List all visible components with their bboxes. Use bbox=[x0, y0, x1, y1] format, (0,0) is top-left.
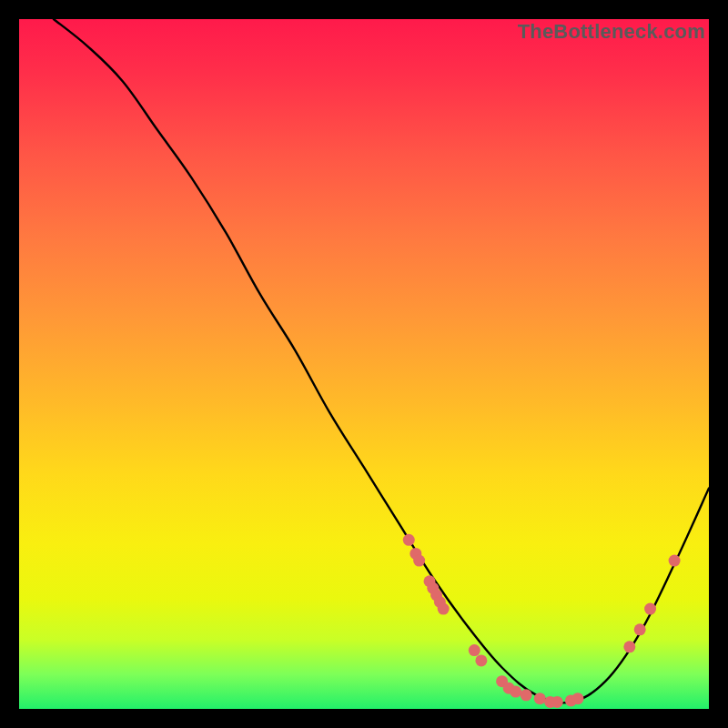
chart-marker bbox=[413, 555, 425, 567]
chart-svg-layer bbox=[19, 19, 709, 709]
chart-marker bbox=[469, 644, 480, 656]
chart-plot-area: TheBottleneck.com bbox=[19, 19, 709, 709]
chart-curve bbox=[54, 19, 709, 703]
chart-frame: TheBottleneck.com bbox=[19, 19, 709, 709]
chart-marker bbox=[403, 534, 415, 546]
chart-marker bbox=[438, 603, 450, 615]
chart-marker bbox=[623, 641, 635, 652]
chart-marker bbox=[510, 686, 521, 698]
chart-marker bbox=[551, 696, 563, 708]
chart-markers bbox=[403, 534, 681, 708]
watermark-text: TheBottleneck.com bbox=[518, 20, 705, 44]
chart-marker bbox=[475, 654, 487, 666]
chart-marker bbox=[634, 623, 646, 635]
chart-marker bbox=[644, 603, 656, 615]
chart-marker bbox=[571, 693, 583, 704]
chart-marker bbox=[521, 689, 532, 701]
chart-marker bbox=[534, 693, 546, 704]
chart-marker bbox=[669, 555, 681, 567]
chart-stage: TheBottleneck.com bbox=[0, 0, 728, 728]
